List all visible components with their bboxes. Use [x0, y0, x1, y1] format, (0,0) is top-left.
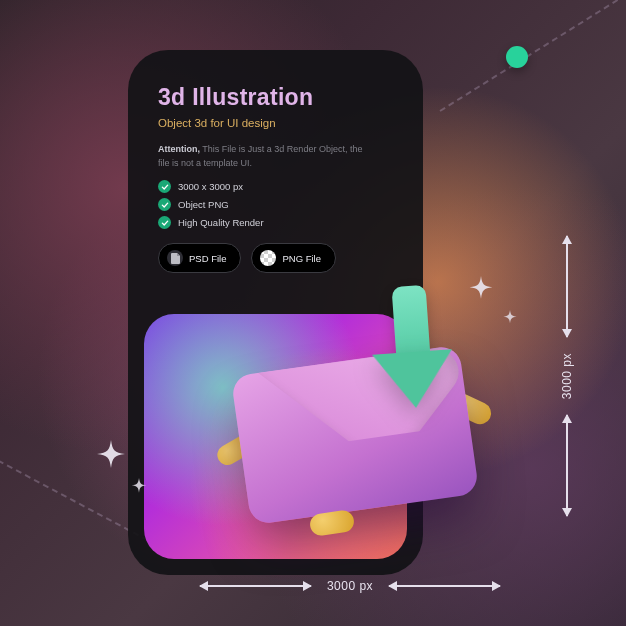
sparkle-icon	[128, 478, 150, 500]
file-icon	[167, 250, 183, 266]
feature-list: 3000 x 3000 px Object PNG High Quality R…	[158, 180, 393, 229]
accent-dot-icon	[506, 46, 528, 68]
feature-item: 3000 x 3000 px	[158, 180, 393, 193]
check-icon	[158, 216, 171, 229]
chip-label: PSD File	[189, 253, 226, 264]
sparkle-icon	[500, 310, 520, 330]
attention-label: Attention,	[158, 144, 200, 154]
feature-label: High Quality Render	[178, 217, 264, 228]
file-type-chips: PSD File PNG File	[158, 243, 393, 273]
attention-note: Attention, This File is Just a 3d Render…	[158, 143, 368, 170]
paint-splash-icon	[447, 390, 494, 428]
card-subtitle: Object 3d for UI design	[158, 117, 393, 129]
check-icon	[158, 180, 171, 193]
sparkle-icon	[464, 276, 498, 310]
png-file-chip: PNG File	[251, 243, 336, 273]
chip-label: PNG File	[282, 253, 321, 264]
check-icon	[158, 198, 171, 211]
sparkle-icon	[90, 440, 132, 482]
feature-item: Object PNG	[158, 198, 393, 211]
height-label: 3000 px	[560, 353, 574, 399]
transparency-icon	[260, 250, 276, 266]
psd-file-chip: PSD File	[158, 243, 241, 273]
card-title: 3d Illustration	[158, 84, 393, 111]
feature-item: High Quality Render	[158, 216, 393, 229]
decorative-dashed-line	[439, 0, 626, 112]
product-info-card: 3d Illustration Object 3d for UI design …	[128, 50, 423, 575]
preview-gradient-panel	[144, 314, 407, 559]
width-dimension-guide: 3000 px	[200, 576, 500, 596]
feature-label: 3000 x 3000 px	[178, 181, 243, 192]
feature-label: Object PNG	[178, 199, 229, 210]
height-dimension-guide: 3000 px	[556, 236, 578, 516]
width-label: 3000 px	[327, 579, 373, 593]
